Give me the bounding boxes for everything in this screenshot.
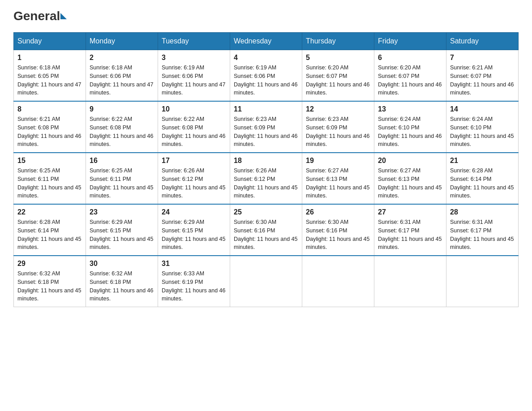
day-info: Sunrise: 6:28 AMSunset: 6:14 PMDaylight:… — [450, 167, 515, 200]
calendar-week-row: 15Sunrise: 6:25 AMSunset: 6:11 PMDayligh… — [14, 153, 519, 204]
calendar-cell: 6Sunrise: 6:20 AMSunset: 6:07 PMDaylight… — [374, 50, 446, 102]
calendar-cell: 10Sunrise: 6:22 AMSunset: 6:08 PMDayligh… — [158, 101, 230, 153]
day-number: 23 — [90, 208, 154, 216]
day-number: 6 — [378, 54, 442, 62]
day-number: 8 — [17, 105, 82, 113]
calendar-header-friday: Friday — [374, 33, 446, 50]
day-info: Sunrise: 6:31 AMSunset: 6:17 PMDaylight:… — [450, 218, 515, 252]
calendar-cell: 8Sunrise: 6:21 AMSunset: 6:08 PMDaylight… — [14, 101, 86, 153]
day-info: Sunrise: 6:26 AMSunset: 6:12 PMDaylight:… — [162, 167, 226, 200]
calendar-table: SundayMondayTuesdayWednesdayThursdayFrid… — [13, 32, 519, 307]
calendar-cell: 26Sunrise: 6:30 AMSunset: 6:16 PMDayligh… — [302, 204, 374, 256]
day-number: 9 — [90, 105, 154, 113]
day-number: 31 — [162, 260, 226, 268]
day-number: 16 — [90, 157, 154, 165]
calendar-cell — [374, 256, 446, 307]
page-header: General — [13, 9, 519, 23]
calendar-cell: 15Sunrise: 6:25 AMSunset: 6:11 PMDayligh… — [14, 153, 86, 204]
calendar-cell: 30Sunrise: 6:32 AMSunset: 6:18 PMDayligh… — [86, 256, 158, 307]
day-number: 15 — [17, 157, 82, 165]
calendar-cell: 24Sunrise: 6:29 AMSunset: 6:15 PMDayligh… — [158, 204, 230, 256]
calendar-cell: 11Sunrise: 6:23 AMSunset: 6:09 PMDayligh… — [230, 101, 302, 153]
calendar-cell: 25Sunrise: 6:30 AMSunset: 6:16 PMDayligh… — [230, 204, 302, 256]
day-info: Sunrise: 6:20 AMSunset: 6:07 PMDaylight:… — [378, 64, 442, 97]
day-info: Sunrise: 6:24 AMSunset: 6:10 PMDaylight:… — [378, 115, 442, 149]
day-info: Sunrise: 6:21 AMSunset: 6:07 PMDaylight:… — [450, 64, 515, 97]
day-info: Sunrise: 6:18 AMSunset: 6:06 PMDaylight:… — [90, 64, 154, 97]
day-number: 14 — [450, 105, 515, 113]
day-number: 28 — [450, 208, 515, 216]
calendar-header-saturday: Saturday — [446, 33, 519, 50]
day-info: Sunrise: 6:25 AMSunset: 6:11 PMDaylight:… — [90, 167, 154, 200]
calendar-cell: 18Sunrise: 6:26 AMSunset: 6:12 PMDayligh… — [230, 153, 302, 204]
calendar-cell — [302, 256, 374, 307]
day-info: Sunrise: 6:27 AMSunset: 6:13 PMDaylight:… — [306, 167, 370, 200]
day-number: 13 — [378, 105, 442, 113]
day-info: Sunrise: 6:22 AMSunset: 6:08 PMDaylight:… — [90, 115, 154, 149]
day-info: Sunrise: 6:28 AMSunset: 6:14 PMDaylight:… — [17, 218, 82, 252]
day-info: Sunrise: 6:31 AMSunset: 6:17 PMDaylight:… — [378, 218, 442, 252]
calendar-cell: 9Sunrise: 6:22 AMSunset: 6:08 PMDaylight… — [86, 101, 158, 153]
logo: General — [13, 9, 67, 23]
day-number: 1 — [17, 54, 82, 62]
calendar-cell: 12Sunrise: 6:23 AMSunset: 6:09 PMDayligh… — [302, 101, 374, 153]
day-info: Sunrise: 6:20 AMSunset: 6:07 PMDaylight:… — [306, 64, 370, 97]
day-number: 3 — [162, 54, 226, 62]
day-info: Sunrise: 6:30 AMSunset: 6:16 PMDaylight:… — [306, 218, 370, 252]
calendar-cell — [446, 256, 519, 307]
day-info: Sunrise: 6:18 AMSunset: 6:05 PMDaylight:… — [17, 64, 82, 97]
calendar-header-wednesday: Wednesday — [230, 33, 302, 50]
calendar-cell: 20Sunrise: 6:27 AMSunset: 6:13 PMDayligh… — [374, 153, 446, 204]
day-info: Sunrise: 6:23 AMSunset: 6:09 PMDaylight:… — [234, 115, 298, 149]
day-info: Sunrise: 6:19 AMSunset: 6:06 PMDaylight:… — [234, 64, 298, 97]
calendar-header-sunday: Sunday — [14, 33, 86, 50]
calendar-cell: 22Sunrise: 6:28 AMSunset: 6:14 PMDayligh… — [14, 204, 86, 256]
calendar-cell: 27Sunrise: 6:31 AMSunset: 6:17 PMDayligh… — [374, 204, 446, 256]
calendar-cell: 4Sunrise: 6:19 AMSunset: 6:06 PMDaylight… — [230, 50, 302, 102]
calendar-header-monday: Monday — [86, 33, 158, 50]
day-number: 21 — [450, 157, 515, 165]
day-number: 19 — [306, 157, 370, 165]
calendar-cell: 14Sunrise: 6:24 AMSunset: 6:10 PMDayligh… — [446, 101, 519, 153]
day-number: 20 — [378, 157, 442, 165]
day-info: Sunrise: 6:19 AMSunset: 6:06 PMDaylight:… — [162, 64, 226, 97]
day-info: Sunrise: 6:30 AMSunset: 6:16 PMDaylight:… — [234, 218, 298, 252]
day-number: 29 — [17, 260, 82, 268]
day-info: Sunrise: 6:24 AMSunset: 6:10 PMDaylight:… — [450, 115, 515, 149]
calendar-cell: 21Sunrise: 6:28 AMSunset: 6:14 PMDayligh… — [446, 153, 519, 204]
calendar-header-row: SundayMondayTuesdayWednesdayThursdayFrid… — [14, 33, 519, 50]
day-number: 26 — [306, 208, 370, 216]
day-info: Sunrise: 6:25 AMSunset: 6:11 PMDaylight:… — [17, 167, 82, 200]
logo-general-text: General — [13, 9, 60, 23]
day-number: 11 — [234, 105, 298, 113]
calendar-header-thursday: Thursday — [302, 33, 374, 50]
calendar-week-row: 8Sunrise: 6:21 AMSunset: 6:08 PMDaylight… — [14, 101, 519, 153]
calendar-cell: 16Sunrise: 6:25 AMSunset: 6:11 PMDayligh… — [86, 153, 158, 204]
day-info: Sunrise: 6:26 AMSunset: 6:12 PMDaylight:… — [234, 167, 298, 200]
calendar-cell: 2Sunrise: 6:18 AMSunset: 6:06 PMDaylight… — [86, 50, 158, 102]
day-number: 5 — [306, 54, 370, 62]
calendar-cell: 3Sunrise: 6:19 AMSunset: 6:06 PMDaylight… — [158, 50, 230, 102]
day-info: Sunrise: 6:23 AMSunset: 6:09 PMDaylight:… — [306, 115, 370, 149]
day-number: 2 — [90, 54, 154, 62]
day-number: 18 — [234, 157, 298, 165]
calendar-cell: 5Sunrise: 6:20 AMSunset: 6:07 PMDaylight… — [302, 50, 374, 102]
day-number: 25 — [234, 208, 298, 216]
calendar-header-tuesday: Tuesday — [158, 33, 230, 50]
calendar-week-row: 22Sunrise: 6:28 AMSunset: 6:14 PMDayligh… — [14, 204, 519, 256]
day-number: 4 — [234, 54, 298, 62]
day-info: Sunrise: 6:32 AMSunset: 6:18 PMDaylight:… — [17, 270, 82, 303]
calendar-cell: 31Sunrise: 6:33 AMSunset: 6:19 PMDayligh… — [158, 256, 230, 307]
calendar-cell: 19Sunrise: 6:27 AMSunset: 6:13 PMDayligh… — [302, 153, 374, 204]
day-info: Sunrise: 6:29 AMSunset: 6:15 PMDaylight:… — [162, 218, 226, 252]
day-number: 10 — [162, 105, 226, 113]
day-number: 30 — [90, 260, 154, 268]
day-number: 24 — [162, 208, 226, 216]
day-info: Sunrise: 6:21 AMSunset: 6:08 PMDaylight:… — [17, 115, 82, 149]
calendar-cell: 23Sunrise: 6:29 AMSunset: 6:15 PMDayligh… — [86, 204, 158, 256]
day-info: Sunrise: 6:22 AMSunset: 6:08 PMDaylight:… — [162, 115, 226, 149]
calendar-cell: 17Sunrise: 6:26 AMSunset: 6:12 PMDayligh… — [158, 153, 230, 204]
day-number: 17 — [162, 157, 226, 165]
day-number: 7 — [450, 54, 515, 62]
day-number: 22 — [17, 208, 82, 216]
